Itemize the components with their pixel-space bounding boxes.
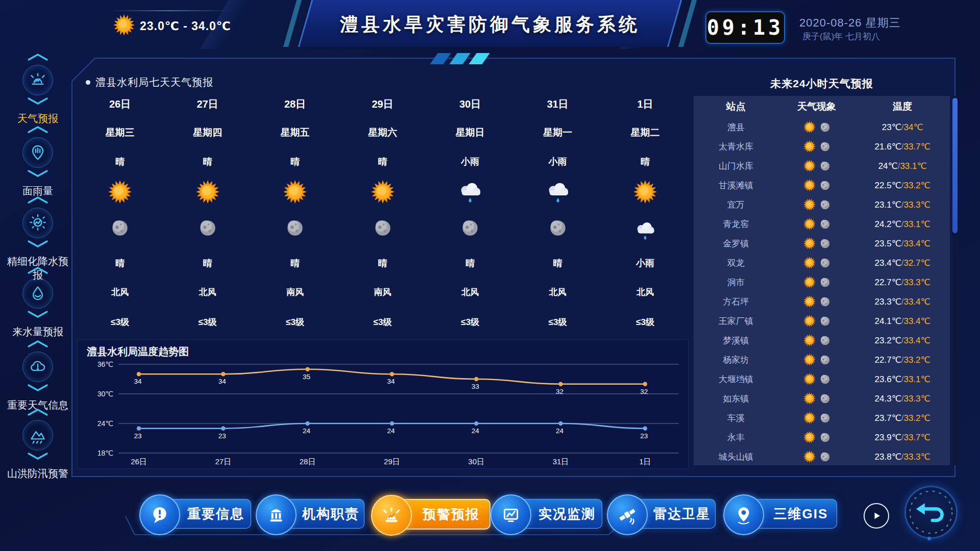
forecast-night-weather: 晴 [514,257,602,269]
data-point [390,372,394,376]
low-temp: 23.1℃ [875,200,901,210]
chevron-up-icon [27,340,48,348]
moon-icon [820,297,830,307]
low-temp: 23.8℃ [875,452,901,462]
sun-icon [113,14,135,36]
low-temp: 22.7℃ [875,355,901,365]
station-weather-icons [778,412,855,424]
station-row: 双龙23.4℃/32.7℃ [694,253,950,272]
forecast-day-column: 1日星期二晴小雨北风≤3级 [601,58,689,343]
forecast-wind-level: ≤3级 [514,316,602,328]
moon-icon [820,355,830,365]
forecast-date: 28日 [251,97,339,111]
date-text: 2020-08-26 星期三 [799,15,901,31]
back-button[interactable] [904,486,958,539]
x-axis-label: 30日 [468,457,484,466]
cloud-alert-icon [27,356,48,378]
forecast-night-weather-icon [164,220,252,236]
forecast-wind-level: ≤3级 [76,316,164,328]
sun-icon [803,334,816,346]
y-axis-tick: 36℃ [97,360,113,368]
station-temp: 23.2℃/33.4℃ [855,335,950,346]
station-temp: 23.1℃/33.3℃ [855,199,950,210]
nav-button-institution-duty[interactable]: 机构职责 [261,499,364,529]
nav-button-important-info[interactable]: 重要信息 [145,499,251,529]
sidebar-item-inflow-forecast[interactable]: 来水量预报 [0,266,76,339]
sun-icon [803,450,816,463]
station-row: 梦溪镇23.2℃/33.4℃ [694,331,950,350]
forecast-night-weather: 晴 [164,257,252,269]
nav-button-radar-satellite[interactable]: 雷达卫星 [612,499,716,529]
sidebar-item-flash-flood-warning[interactable]: 山洪防汛预警 [0,408,76,481]
station-panel-title: 未来24小时天气预报 [694,77,950,91]
chevron-down-icon [27,384,48,392]
station-weather-icons [778,431,855,443]
low-temp: 22.5℃ [875,181,901,190]
sidebar-item-label: 山洪防汛预警 [4,467,71,481]
moon-icon [820,258,830,268]
low-temp: 23.7℃ [875,413,901,423]
station-weather-icons [778,198,855,211]
forecast-day-weather-icon [426,180,514,206]
sidebar-item-important-weather-info[interactable]: 重要天气信息 [0,340,76,412]
low-temp: 23.3℃ [875,297,901,307]
nav-button-live-monitoring[interactable]: 实况监测 [496,499,602,529]
low-temp: 24.1℃ [875,316,901,326]
forecast-wind-direction: 北风 [164,286,252,298]
station-weather-icons [778,295,855,308]
x-axis-label: 26日 [131,457,147,466]
sidebar-item-weather-forecast[interactable]: 天气预报 [0,53,76,126]
rain-cloud-icon [457,180,483,206]
data-point [221,427,225,431]
forecast-day-weather-icon [339,180,427,204]
temperature-trend-chart: 澧县水利局温度趋势图 36℃30℃24℃18℃26日27日28日29日30日31… [77,339,689,469]
forecast-day-column: 31日星期一小雨晴北风≤3级 [514,58,602,343]
high-temp: 33.3℃ [903,200,930,210]
x-axis-label: 28日 [300,457,316,466]
scrollbar-track[interactable] [952,96,958,465]
rain-gauge-icon [27,142,48,163]
y-axis-tick: 18℃ [97,449,113,457]
station-name: 洞市 [694,277,778,288]
data-point-label: 23 [134,432,141,440]
data-point-label: 24 [472,427,480,435]
moon-icon [820,374,830,384]
forecast-wind-direction: 北风 [426,286,514,298]
chart-plot-area: 36℃30℃24℃18℃26日27日28日29日30日31日1日34343534… [78,340,688,469]
moon-icon [287,220,303,236]
precip-forecast-icon [27,212,48,234]
moon-icon [820,278,830,287]
station-weather-icons [778,354,855,366]
sun-icon [803,160,816,172]
forecast-date: 31日 [514,97,602,111]
data-point [137,372,141,376]
sun-icon [803,295,816,308]
nav-button-3d-gis[interactable]: 三维GIS [729,499,837,529]
forecast-wind-direction: 南风 [251,286,339,298]
data-point [390,421,394,425]
station-row: 杨家坊22.7℃/33.2℃ [694,350,950,369]
station-row: 王家厂镇24.1℃/33.4℃ [694,311,950,331]
play-button[interactable] [864,503,889,529]
station-weather-icons [778,373,855,385]
sidebar-item-areal-rainfall[interactable]: 面雨量 [0,126,76,198]
high-temp: 33.3℃ [903,278,930,287]
forecast-date: 27日 [164,97,252,111]
station-temp: 24℃/33.1℃ [855,161,950,171]
scrollbar-thumb[interactable] [952,98,958,233]
moon-icon [820,239,830,248]
sun-icon [803,140,816,153]
data-point-label: 34 [387,378,395,385]
sun-icon [803,121,816,133]
chevron-up-icon [27,126,48,134]
moon-icon [820,219,830,229]
nav-button-warning-forecast[interactable]: 预警预报 [376,499,491,530]
station-temp: 24.1℃/33.4℃ [855,316,950,327]
forecast-day-weather: 晴 [76,156,164,168]
station-temp: 23.9℃/33.7℃ [855,432,950,443]
high-temp: 33.1℃ [903,374,930,384]
station-name: 车溪 [694,412,778,424]
column-header-station: 站点 [694,100,778,113]
forecast-night-weather: 小雨 [601,257,689,269]
forecast-night-weather-icon [426,220,514,236]
